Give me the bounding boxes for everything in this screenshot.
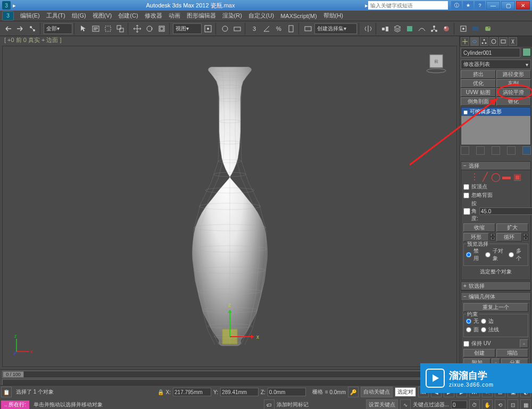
graphite-button[interactable]: [404, 23, 415, 35]
ring-up[interactable]: ▴: [490, 233, 495, 237]
by-vertex-checkbox[interactable]: [463, 184, 469, 190]
optimize-button[interactable]: 优化: [461, 79, 496, 88]
utilities-tab[interactable]: [509, 37, 517, 46]
menu-group[interactable]: 组(G): [69, 12, 89, 20]
create-button[interactable]: 创建: [463, 349, 495, 357]
remove-modifier-button[interactable]: [507, 146, 516, 155]
preserve-uv-checkbox[interactable]: [463, 341, 469, 347]
lock-icon[interactable]: 🔒: [157, 389, 164, 395]
select-scale-button[interactable]: [156, 23, 168, 35]
select-by-name-button[interactable]: [90, 23, 102, 35]
ring-down[interactable]: ▾: [490, 237, 495, 240]
current-frame-input[interactable]: [451, 400, 467, 409]
display-tab[interactable]: [499, 37, 508, 46]
disable-radio[interactable]: [466, 252, 471, 257]
z-coord-input[interactable]: [268, 388, 306, 396]
border-subobject-icon[interactable]: ◯: [492, 172, 500, 181]
object-name-field[interactable]: Cylinder001: [461, 48, 520, 57]
loop-up[interactable]: ▴: [523, 233, 528, 237]
show-end-result-button[interactable]: [476, 146, 485, 155]
select-rotate-button[interactable]: [144, 23, 155, 35]
collapse-button[interactable]: 塌陷: [496, 349, 528, 357]
ignore-backfacing-checkbox[interactable]: [463, 193, 469, 198]
selection-rollout-header[interactable]: −选择: [461, 162, 530, 170]
snap-toggle-button[interactable]: 3: [248, 23, 260, 35]
schematic-view-button[interactable]: [428, 23, 440, 35]
minimize-button[interactable]: —: [486, 1, 500, 10]
angle-snap-button[interactable]: [261, 23, 272, 35]
modify-tab[interactable]: [470, 37, 479, 46]
window-crossing-button[interactable]: [114, 23, 126, 35]
viewport[interactable]: x z 前 x z: [2, 46, 457, 367]
material-editor-button[interactable]: [440, 23, 452, 35]
pivot-center-button[interactable]: [202, 23, 214, 35]
percent-snap-button[interactable]: %: [273, 23, 285, 35]
configure-sets-button[interactable]: [522, 146, 531, 155]
menu-help[interactable]: 帮助(H): [320, 12, 346, 20]
key-filters-link[interactable]: 关键点过滤器...: [413, 401, 449, 408]
spinner-snap-button[interactable]: [285, 23, 297, 35]
align-button[interactable]: [379, 23, 391, 35]
polygon-subobject-icon[interactable]: ▬: [502, 172, 511, 181]
key-filter-dropdown[interactable]: 选定对: [395, 387, 416, 397]
shrink-button[interactable]: 收缩: [463, 223, 495, 232]
auto-key-button[interactable]: 自动关键点: [361, 387, 393, 397]
maxscript-button[interactable]: 📋: [1, 387, 12, 397]
isolate-button[interactable]: 🔑: [348, 387, 359, 397]
path-deform-button[interactable]: 路径变形: [496, 70, 531, 79]
chamfer-button[interactable]: 倒角剖面: [461, 97, 496, 106]
rendered-frame-button[interactable]: [470, 23, 481, 35]
named-selection-dropdown[interactable]: 创建选择集 ▾: [314, 23, 357, 34]
loop-button[interactable]: 循环: [496, 233, 522, 241]
select-region-button[interactable]: [102, 23, 114, 35]
menu-graph-editors[interactable]: 图形编辑器: [184, 12, 219, 20]
menu-edit[interactable]: 编辑(E): [17, 12, 43, 20]
vase-object[interactable]: x z: [150, 57, 310, 355]
max-logo-icon[interactable]: 3: [2, 11, 14, 21]
motion-tab[interactable]: [489, 37, 498, 46]
key-mode-button[interactable]: ∿: [400, 399, 411, 409]
manipulate-button[interactable]: [219, 23, 231, 35]
keyboard-shortcut-button[interactable]: [231, 23, 243, 35]
edge-subobject-icon[interactable]: ╱: [481, 172, 489, 181]
layer-manager-button[interactable]: [392, 23, 403, 35]
loop-down[interactable]: ▾: [523, 237, 528, 240]
mirror-button[interactable]: [362, 23, 374, 35]
select-move-button[interactable]: [131, 23, 143, 35]
set-key-button[interactable]: 设置关键点: [366, 399, 398, 409]
maximize-viewport-button[interactable]: ▦: [520, 399, 531, 409]
preserve-uv-settings-button[interactable]: ▫: [520, 339, 528, 348]
help-icon[interactable]: ?: [475, 1, 485, 10]
help-search-input[interactable]: [368, 1, 448, 10]
edit-named-selection-button[interactable]: [302, 23, 314, 35]
close-button[interactable]: ✕: [516, 1, 530, 10]
make-unique-button[interactable]: [492, 146, 500, 155]
pin-stack-button[interactable]: [461, 146, 469, 155]
angle-value-input[interactable]: [479, 207, 532, 215]
multi-radio[interactable]: [509, 252, 514, 257]
modifier-list-dropdown[interactable]: 修改器列表▾: [461, 60, 531, 69]
menu-animation[interactable]: 动画: [165, 12, 184, 20]
pan-button[interactable]: ✋: [482, 399, 493, 409]
menu-customize[interactable]: 自定义(U): [245, 12, 277, 20]
constraint-face-radio[interactable]: [466, 327, 471, 332]
render-setup-button[interactable]: [458, 23, 469, 35]
curve-editor-button[interactable]: [416, 23, 428, 35]
viewcube[interactable]: 前: [425, 51, 448, 74]
constraint-edge-radio[interactable]: [481, 319, 486, 324]
maximize-button[interactable]: ▢: [501, 1, 515, 10]
min-max-toggle-button[interactable]: ⊡: [508, 399, 518, 409]
hierarchy-tab[interactable]: [480, 37, 488, 46]
mod-stack-item-editable-poly[interactable]: ◼可编辑多边形: [461, 107, 530, 116]
add-time-tag-label[interactable]: 添加时间标记: [277, 401, 309, 408]
constraint-none-radio[interactable]: [466, 319, 471, 324]
by-angle-checkbox[interactable]: [463, 208, 470, 215]
select-button[interactable]: [78, 23, 89, 35]
constraint-normal-radio[interactable]: [481, 327, 486, 332]
taper-button[interactable]: 锥化: [496, 97, 531, 106]
clone-button[interactable]: 车削: [496, 79, 531, 88]
uvw-map-button[interactable]: UVW 贴图: [461, 88, 496, 97]
element-subobject-icon[interactable]: ▣: [513, 172, 521, 181]
extrude-button[interactable]: 挤出: [461, 70, 496, 79]
x-coord-input[interactable]: [173, 388, 211, 396]
